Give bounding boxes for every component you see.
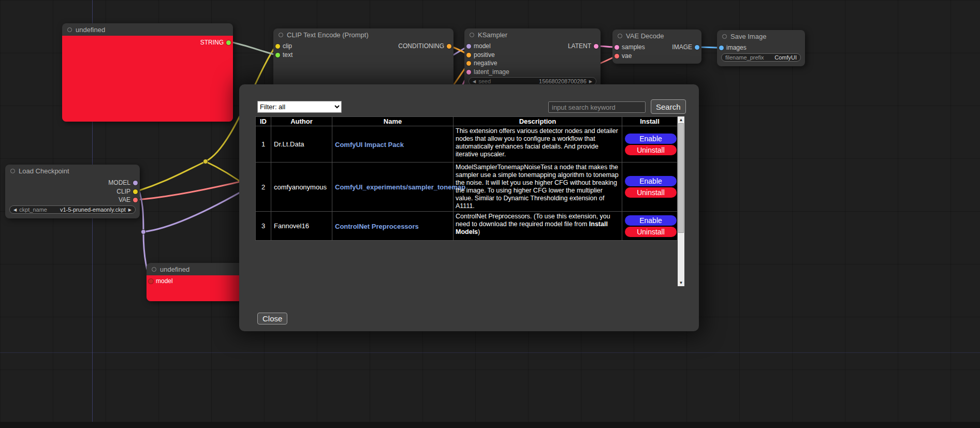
ckpt-next-icon[interactable]: ▶ <box>128 208 131 212</box>
scrollbar-thumb[interactable] <box>678 123 684 233</box>
output-slot-image[interactable]: IMAGE <box>672 43 699 51</box>
conditioning-port-icon[interactable] <box>466 61 471 66</box>
slot-label: images <box>726 44 747 51</box>
input-slot-negative[interactable]: negative <box>466 59 497 67</box>
node-load-checkpoint[interactable]: Load Checkpoint MODEL CLIP VAE ◀ ckpt_na… <box>5 165 140 218</box>
node-title-bar[interactable]: undefined <box>147 263 245 275</box>
extension-row: 2comfyanonymousComfyUI_experiments/sampl… <box>256 163 678 212</box>
extension-table-wrap: IDAuthorNameDescriptionInstall 1Dr.Lt.Da… <box>255 116 684 286</box>
image-port-icon[interactable] <box>719 46 724 50</box>
latent-port-icon[interactable] <box>615 45 619 50</box>
clip-port-icon[interactable] <box>133 189 138 194</box>
node-vae-decode[interactable]: VAE Decode samples vae IMAGE <box>612 29 701 64</box>
column-header-author: Author <box>271 117 332 126</box>
node-title-bar[interactable]: Load Checkpoint <box>5 165 140 177</box>
conditioning-port-icon[interactable] <box>447 44 451 49</box>
vae-port-icon[interactable] <box>615 54 619 58</box>
input-slot-samples[interactable]: samples <box>615 43 645 51</box>
row-name: ControlNet Preprocessors <box>332 212 454 241</box>
output-slot-conditioning[interactable]: CONDITIONING <box>398 42 451 50</box>
clip-port-icon[interactable] <box>275 44 280 49</box>
output-slot-string[interactable]: STRING <box>200 38 231 47</box>
output-slot-model[interactable]: MODEL <box>108 179 138 187</box>
node-ksampler[interactable]: KSampler model positive negative latent_… <box>464 28 601 88</box>
collapse-dot-icon[interactable] <box>618 34 622 38</box>
extension-link[interactable]: ControlNet Preprocessors <box>335 223 419 230</box>
uninstall-button[interactable]: Uninstall <box>625 145 677 155</box>
node-title: undefined <box>160 265 189 273</box>
node-title: undefined <box>76 26 105 34</box>
uninstall-button[interactable]: Uninstall <box>625 187 677 198</box>
scroll-up-icon[interactable]: ▲ <box>678 116 684 123</box>
filter-select[interactable]: Filter: all <box>257 101 342 113</box>
slot-label: positive <box>474 51 495 58</box>
input-slot-clip[interactable]: clip <box>275 42 292 50</box>
latent-port-icon[interactable] <box>594 44 598 49</box>
model-port-icon[interactable] <box>466 44 471 49</box>
conditioning-port-icon[interactable] <box>466 53 471 57</box>
input-slot-latent-image[interactable]: latent_image <box>466 68 509 76</box>
slot-label: text <box>283 51 292 58</box>
collapse-dot-icon[interactable] <box>10 169 15 173</box>
row-author: Fannovel16 <box>271 212 332 241</box>
string-port-icon[interactable] <box>275 53 280 57</box>
seed-decrement-icon[interactable]: ◀ <box>473 79 476 84</box>
slot-label: latent_image <box>474 68 509 76</box>
close-button[interactable]: Close <box>257 313 287 324</box>
node-body: STRING <box>62 36 233 122</box>
enable-button[interactable]: Enable <box>625 215 677 226</box>
collapse-dot-icon[interactable] <box>279 33 283 37</box>
input-slot-positive[interactable]: positive <box>466 51 495 59</box>
collapse-dot-icon[interactable] <box>67 27 72 32</box>
extension-link[interactable]: ComfyUI Impact Pack <box>335 141 404 149</box>
row-id: 2 <box>256 163 271 212</box>
search-button[interactable]: Search <box>651 99 686 114</box>
row-author: Dr.Lt.Data <box>271 126 332 163</box>
input-slot-text[interactable]: text <box>275 51 292 59</box>
output-slot-vae[interactable]: VAE <box>119 196 138 204</box>
node-undefined-top[interactable]: undefined STRING <box>62 23 233 122</box>
row-description: This extension offers various detector n… <box>454 126 622 163</box>
ckpt-prev-icon[interactable]: ◀ <box>13 208 17 212</box>
ckpt-name-widget[interactable]: ◀ ckpt_name v1-5-pruned-emaonly.ckpt ▶ <box>9 205 136 214</box>
node-title-bar[interactable]: CLIP Text Encode (Prompt) <box>273 28 454 41</box>
filename-prefix-widget[interactable]: filename_prefix ComfyUI <box>721 53 801 62</box>
node-body: model <box>147 275 245 301</box>
search-input[interactable] <box>548 101 646 113</box>
collapse-dot-icon[interactable] <box>152 267 156 272</box>
row-name: ComfyUI_experiments/sampler_tonemap <box>332 163 454 212</box>
slot-label: model <box>156 277 173 285</box>
extension-link[interactable]: ComfyUI_experiments/sampler_tonemap <box>335 183 465 191</box>
model-port-icon[interactable] <box>133 181 138 185</box>
node-save-image[interactable]: Save Image images filename_prefix ComfyU… <box>717 30 805 66</box>
output-slot-clip[interactable]: CLIP <box>116 187 138 196</box>
node-title-bar[interactable]: VAE Decode <box>612 29 701 42</box>
output-slot-latent[interactable]: LATENT <box>568 42 598 50</box>
table-scrollbar[interactable]: ▲ ▼ <box>678 116 684 286</box>
input-slot-model[interactable]: model <box>149 277 173 285</box>
input-slot-model[interactable]: model <box>466 42 491 50</box>
scroll-down-icon[interactable]: ▼ <box>678 279 684 286</box>
image-port-icon[interactable] <box>695 45 699 50</box>
node-title-bar[interactable]: undefined <box>62 23 233 36</box>
node-undefined-bottom[interactable]: undefined model <box>147 263 245 301</box>
node-title-bar[interactable]: Save Image <box>717 30 805 42</box>
enable-button[interactable]: Enable <box>625 134 677 144</box>
node-title-bar[interactable]: KSampler <box>464 28 601 41</box>
node-clip-text-encode[interactable]: CLIP Text Encode (Prompt) clip text COND… <box>273 28 454 91</box>
latent-port-icon[interactable] <box>466 70 471 75</box>
vae-port-icon[interactable] <box>133 198 138 202</box>
string-port-icon[interactable] <box>226 40 231 45</box>
collapse-dot-icon[interactable] <box>722 34 727 39</box>
collapse-dot-icon[interactable] <box>470 33 474 37</box>
row-name: ComfyUI Impact Pack <box>332 126 454 163</box>
widget-value: 156680208700286 <box>539 78 587 84</box>
input-slot-images[interactable]: images <box>719 43 747 52</box>
node-title: KSampler <box>478 31 507 39</box>
seed-increment-icon[interactable]: ▶ <box>589 79 592 84</box>
input-slot-vae[interactable]: vae <box>615 52 632 60</box>
enable-button[interactable]: Enable <box>625 176 677 186</box>
row-description: ModelSamplerTonemapNoiseTest a node that… <box>454 163 622 212</box>
model-port-icon[interactable] <box>149 279 153 284</box>
uninstall-button[interactable]: Uninstall <box>625 227 677 237</box>
